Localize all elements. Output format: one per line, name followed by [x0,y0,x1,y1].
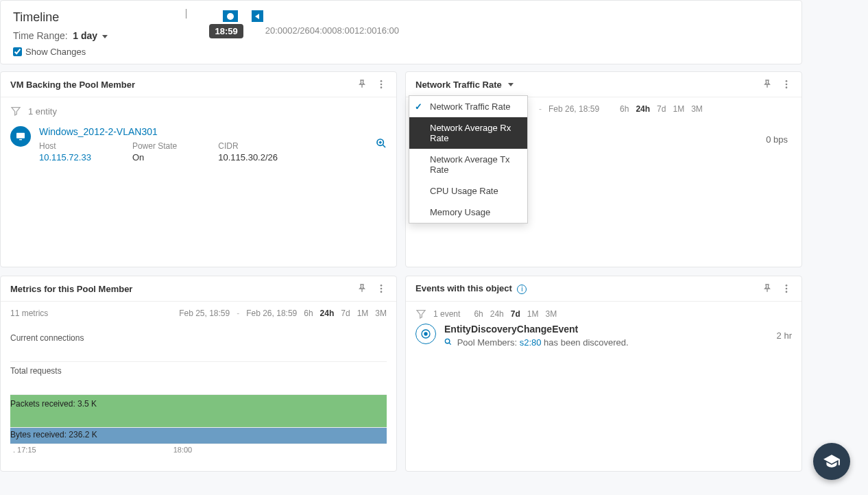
metrics-card: Metrics for this Pool Member 11 metrics … [0,276,397,472]
chart-metric-selector[interactable]: Network Traffic Rate [415,80,514,90]
event-icon [415,324,436,344]
range-7d[interactable]: 7d [657,104,666,114]
events-card: Events with this object i 1 event 6h [405,276,802,472]
range-3m[interactable]: 3M [375,309,387,318]
timeline-tick: 20:00 [265,25,288,36]
svg-point-0 [381,80,383,82]
metric-row-current-connections[interactable]: Current connections [10,329,387,362]
event-suffix: has been discovered. [541,337,628,348]
vm-name-link[interactable]: Windows_2012-2-VLAN301 [39,126,158,137]
svg-point-16 [786,288,788,290]
event-count: 1 event [433,309,460,319]
cidr-value: 10.115.30.2/26 [218,152,278,162]
timeline-panel: Timeline Time Range: 1 day 20:00 02/26 0… [0,0,802,64]
dd-item-label: Network Traffic Rate [430,101,511,112]
chevron-down-icon[interactable] [102,35,108,38]
time-range-value[interactable]: 1 day [73,30,97,41]
kebab-icon[interactable] [781,79,792,90]
svg-point-13 [381,288,383,290]
svg-point-17 [786,291,788,293]
pin-icon[interactable] [357,79,367,90]
range-end: Feb 26, 18:59 [548,104,599,114]
svg-point-15 [786,285,788,287]
range-3m[interactable]: 3M [545,309,557,319]
zoom-in-icon[interactable] [376,138,387,151]
pin-icon[interactable] [762,283,773,294]
range-6h[interactable]: 6h [474,309,483,319]
range-24h[interactable]: 24h [490,309,504,319]
filter-icon[interactable] [10,106,21,117]
range-1m[interactable]: 1M [357,309,369,318]
range-start: Feb 25, 18:59 [179,309,230,318]
kebab-icon[interactable] [376,283,387,294]
range-1m[interactable]: 1M [673,104,684,114]
svg-point-14 [381,291,383,293]
metric-row-total-requests[interactable]: Total requests [10,362,387,395]
svg-line-21 [449,343,451,345]
range-6h[interactable]: 6h [304,309,313,318]
svg-point-10 [786,84,788,86]
entity-count: 1 entity [28,106,57,117]
metric-row-packets-received[interactable]: Packets received: 3.5 K [10,395,387,428]
pin-icon[interactable] [357,283,367,294]
timeline-cursor[interactable] [186,9,186,19]
check-icon: ✓ [415,101,422,112]
range-24h[interactable]: 24h [636,104,650,114]
metrics-count: 11 metrics [10,309,48,318]
cidr-label: CIDR [218,141,278,151]
show-changes-checkbox[interactable] [13,47,22,56]
metrics-xaxis-tick: . 17:15 [13,446,36,454]
chevron-down-icon [508,83,514,86]
metrics-card-title: Metrics for this Pool Member [10,284,132,294]
timeline-current-time: 18:59 [209,24,243,38]
kebab-icon[interactable] [781,283,792,294]
info-icon[interactable]: i [517,285,527,294]
timeline-tick: 04:00 [310,25,333,36]
range-24h[interactable]: 24h [320,309,335,318]
dd-item-network-traffic-rate[interactable]: ✓ Network Traffic Rate [409,96,527,117]
metrics-xaxis-tick: 18:00 [173,446,193,454]
event-row[interactable]: EntityDiscoveryChangeEvent Pool Members:… [406,319,801,352]
svg-rect-4 [19,139,22,140]
timeline-prev-icon[interactable] [252,10,263,22]
metric-row-bytes-received[interactable]: Bytes received: 236.2 K [10,428,387,444]
timeline-end-icon[interactable] [223,10,238,22]
timeline-tick: 12:00 [354,25,377,36]
svg-point-12 [381,285,383,287]
svg-point-20 [445,339,449,343]
dd-item-memory-usage[interactable]: Memory Usage [409,202,527,223]
range-6h[interactable]: 6h [620,104,629,114]
timeline-tick: 02/26 [287,25,310,36]
dd-item-network-avg-rx-rate[interactable]: Network Average Rx Rate [409,117,527,149]
event-prefix: Pool Members: [457,337,520,348]
host-label: Host [39,141,91,151]
power-state-value: On [132,152,177,162]
show-changes-toggle[interactable]: Show Changes [13,47,789,57]
event-time: 2 hr [777,330,792,341]
dd-item-network-avg-tx-rate[interactable]: Network Average Tx Rate [409,149,527,180]
range-7d[interactable]: 7d [511,309,520,319]
help-fab[interactable] [813,443,850,480]
chart-metric-label: Network Traffic Rate [415,80,502,90]
time-range-label: Time Range: [13,30,68,41]
event-link[interactable]: s2:80 [520,337,542,348]
range-sep: - [237,309,239,318]
filter-icon[interactable] [415,309,426,319]
range-end: Feb 26, 18:59 [246,309,297,318]
range-3m[interactable]: 3M [691,104,703,114]
svg-line-6 [383,145,385,147]
svg-rect-3 [16,133,25,138]
dd-item-cpu-usage-rate[interactable]: CPU Usage Rate [409,180,527,202]
network-traffic-card: Network Traffic Rate ✓ Network Traffic R… [405,71,802,267]
vm-backing-card: VM Backing the Pool Member 1 entity [0,71,397,267]
chart-metric-dropdown: ✓ Network Traffic Rate Network Average R… [409,95,528,224]
range-7d[interactable]: 7d [341,309,350,318]
host-value[interactable]: 10.115.72.33 [39,152,91,162]
timeline-tick: 08:00 [332,25,354,36]
graduation-cap-icon [823,452,841,470]
range-sep: - [539,104,542,114]
pin-icon[interactable] [762,79,773,90]
range-1m[interactable]: 1M [527,309,539,319]
vm-card-title: VM Backing the Pool Member [10,80,135,90]
kebab-icon[interactable] [376,79,387,90]
